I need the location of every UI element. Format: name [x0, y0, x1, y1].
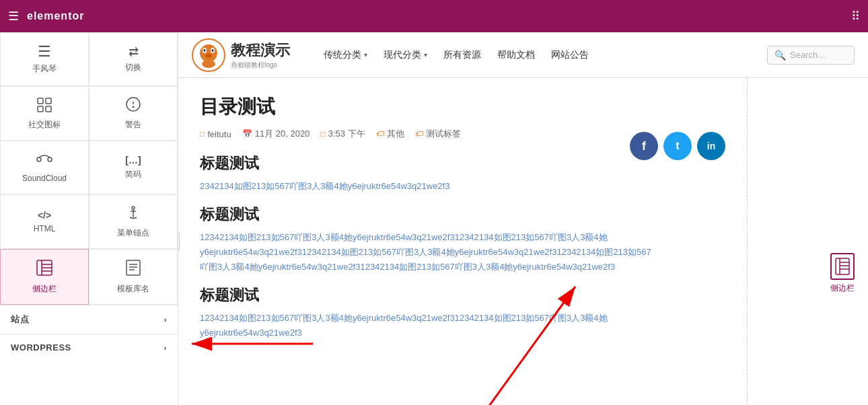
calendar-icon: 📅 — [242, 129, 252, 139]
nav-modern[interactable]: 现代分类 ▾ — [384, 49, 427, 61]
sidebar-section-wordpress-label: WORDPRESS — [11, 342, 71, 353]
widget-menu-anchor[interactable]: 菜单锚点 — [89, 194, 178, 249]
panel-icon-label: 侧边栏 — [830, 283, 855, 294]
content-area: 教程演示 燕都猫教程logo 传统分类 ▾ 现代分类 ▾ 所有资源 帮助文档 — [178, 32, 868, 405]
linkedin-share-button[interactable]: in — [697, 132, 725, 160]
section-heading-3: 标题测试 — [200, 285, 725, 305]
svg-point-22 — [200, 44, 217, 62]
svg-point-8 — [48, 157, 52, 161]
author-name: feitutu — [207, 129, 231, 139]
nav-announcement[interactable]: 网站公告 — [551, 49, 589, 61]
widget-sidebar[interactable]: 侧边栏 — [0, 249, 89, 305]
search-icon: 🔍 — [774, 50, 786, 61]
shortcode-icon: […] — [125, 155, 141, 165]
meta-date: 📅 11月 20, 2020 — [242, 128, 310, 140]
widget-label-accordion: 手风琴 — [32, 63, 57, 75]
sidebar-section-sites-label: 站点 — [11, 314, 29, 326]
post-category: 其他 — [387, 128, 404, 140]
meta-time: □ 3:53 下午 — [320, 128, 365, 140]
svg-rect-1 — [46, 98, 51, 104]
alert-icon — [125, 96, 141, 115]
section-content-1: 2342134如图213如567吖图3人3额4她y6ejruktr6e54w3q… — [200, 179, 657, 194]
widget-soundcloud[interactable]: SoundCloud — [0, 141, 89, 194]
grid-icon[interactable]: ⠿ — [851, 9, 860, 24]
soundcloud-icon — [36, 152, 53, 170]
post-tag: 测试标签 — [426, 128, 461, 140]
widget-accordion[interactable]: ☰ 手风琴 — [0, 32, 89, 86]
widget-label-template: 模板库名 — [117, 283, 149, 295]
widget-toggle[interactable]: ⇄ 切换 — [89, 32, 178, 86]
meta-category: 🏷 其他 — [376, 128, 404, 140]
social-buttons: f t in — [630, 132, 725, 160]
sidebar-section-wordpress[interactable]: WORDPRESS › — [0, 334, 178, 361]
logo-text-area: 教程演示 燕都猫教程logo — [231, 40, 290, 70]
accordion-icon: ☰ — [38, 44, 51, 59]
main-layout: ☰ 手风琴 ⇄ 切换 社交图标 — [0, 32, 868, 405]
widget-label-toggle: 切换 — [125, 62, 141, 73]
widget-social-icons[interactable]: 社交图标 — [0, 86, 89, 141]
elementor-title: elementor — [27, 10, 84, 22]
widget-alert[interactable]: 警告 — [89, 86, 178, 141]
twitter-share-button[interactable]: t — [663, 132, 692, 160]
meta-tag: 🏷 测试标签 — [415, 128, 461, 140]
meta-author: □ feitutu — [200, 129, 231, 139]
sidebar-widget-icon — [36, 259, 53, 279]
collapse-handle[interactable]: ‹ — [178, 231, 180, 252]
facebook-share-button[interactable]: f — [630, 132, 658, 160]
page-title: 目录测试 — [200, 94, 725, 120]
svg-rect-2 — [38, 106, 43, 112]
search-placeholder-text: Search... — [790, 50, 825, 60]
svg-point-7 — [37, 157, 41, 161]
widget-label-sidebar: 侧边栏 — [32, 283, 57, 295]
linkedin-icon: in — [707, 141, 715, 151]
sidebar-section-sites[interactable]: 站点 › — [0, 305, 178, 334]
widget-grid: ☰ 手风琴 ⇄ 切换 社交图标 — [0, 32, 178, 305]
html-icon: </> — [38, 211, 51, 220]
nav-items: 传统分类 ▾ 现代分类 ▾ 所有资源 帮助文档 网站公告 — [324, 49, 747, 61]
social-icon — [36, 97, 52, 115]
site-logo[interactable]: 教程演示 燕都猫教程logo — [192, 38, 290, 72]
nav-resources[interactable]: 所有资源 — [443, 49, 481, 61]
post-date: 11月 20, 2020 — [255, 128, 310, 140]
section-heading-2: 标题测试 — [200, 205, 725, 225]
anchor-icon — [125, 205, 141, 223]
facebook-icon: f — [642, 139, 646, 153]
clock-icon: □ — [320, 129, 325, 139]
nav-bar: 教程演示 燕都猫教程logo 传统分类 ▾ 现代分类 ▾ 所有资源 帮助文档 — [178, 32, 868, 78]
nav-docs[interactable]: 帮助文档 — [497, 49, 535, 61]
panel-icon-box — [830, 253, 855, 280]
toggle-icon: ⇄ — [129, 46, 139, 58]
svg-point-25 — [204, 49, 206, 52]
logo-sub-text: 燕都猫教程logo — [231, 61, 290, 70]
svg-point-6 — [133, 106, 134, 108]
right-panel: 侧边栏 — [747, 78, 868, 405]
widget-shortcode[interactable]: […] 简码 — [89, 141, 178, 194]
svg-rect-17 — [126, 260, 140, 275]
section-content-2: 12342134如图213如567吖图3人3额4她y6ejruktr6e54w3… — [200, 230, 657, 274]
top-bar: ☰ elementor ⠿ — [0, 0, 868, 32]
widget-html[interactable]: </> HTML — [0, 194, 89, 249]
tag-icon: 🏷 — [376, 129, 384, 139]
widget-label-html: HTML — [34, 224, 56, 233]
tag-icon-2: 🏷 — [415, 129, 423, 139]
template-icon — [125, 259, 141, 279]
svg-rect-0 — [38, 98, 43, 104]
dropdown-arrow-traditional: ▾ — [364, 51, 367, 59]
right-panel-sidebar-icon: 侧边栏 — [830, 253, 855, 294]
chevron-right-icon-2: › — [164, 344, 167, 352]
section-content-3: 12342134如图213如567吖图3人3额4她y6ejruktr6e54w3… — [200, 311, 657, 340]
page-content: ‹ 目录测试 □ feitutu 📅 11月 20, 2020 □ 3:53 下… — [178, 78, 747, 405]
nav-traditional[interactable]: 传统分类 ▾ — [324, 49, 367, 61]
svg-point-9 — [132, 207, 135, 209]
widget-label-shortcode: 简码 — [125, 169, 141, 180]
svg-rect-33 — [836, 258, 849, 274]
twitter-icon: t — [676, 140, 679, 152]
left-sidebar: ☰ 手风琴 ⇄ 切换 社交图标 — [0, 32, 178, 405]
widget-label-alert: 警告 — [125, 119, 141, 131]
svg-point-27 — [205, 54, 212, 58]
widget-template[interactable]: 模板库名 — [89, 249, 178, 305]
svg-point-26 — [212, 49, 214, 52]
search-box[interactable]: 🔍 Search... — [767, 46, 855, 65]
post-time: 3:53 下午 — [328, 128, 365, 140]
hamburger-icon[interactable]: ☰ — [8, 9, 19, 24]
